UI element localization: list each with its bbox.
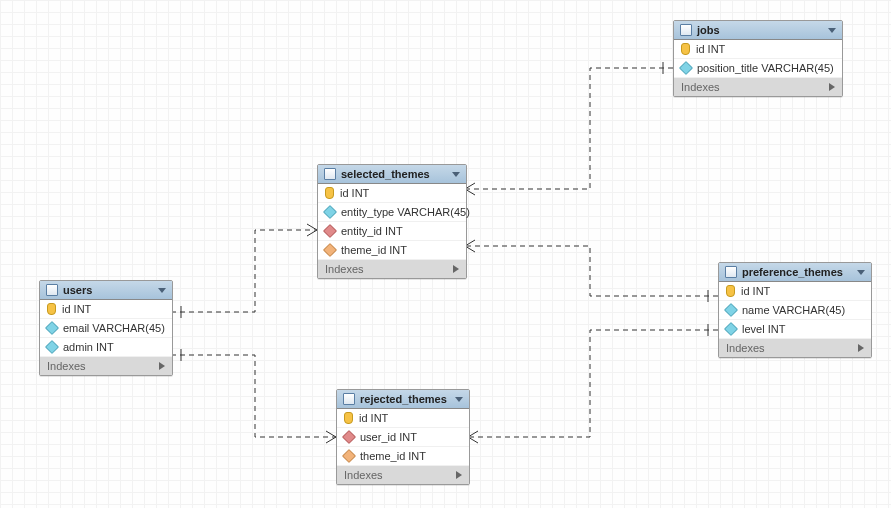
column-row[interactable]: admin INT xyxy=(40,338,172,357)
chevron-down-icon[interactable] xyxy=(158,288,166,293)
column-icon xyxy=(323,224,337,238)
indexes-section[interactable]: Indexes xyxy=(719,339,871,357)
table-selected_themes[interactable]: selected_themesid INTentity_type VARCHAR… xyxy=(317,164,467,279)
column-name: theme_id INT xyxy=(360,450,426,462)
column-name: entity_id INT xyxy=(341,225,403,237)
table-title: rejected_themes xyxy=(360,393,450,405)
table-jobs[interactable]: jobsid INTposition_title VARCHAR(45)Inde… xyxy=(673,20,843,97)
indexes-section[interactable]: Indexes xyxy=(40,357,172,375)
column-row[interactable]: id INT xyxy=(40,300,172,319)
column-name: id INT xyxy=(62,303,91,315)
column-name: id INT xyxy=(741,285,770,297)
table-header-selected_themes[interactable]: selected_themes xyxy=(318,165,466,184)
column-name: user_id INT xyxy=(360,431,417,443)
column-icon xyxy=(724,303,738,317)
indexes-section[interactable]: Indexes xyxy=(674,78,842,96)
column-icon xyxy=(323,205,337,219)
indexes-label: Indexes xyxy=(47,360,86,372)
primary-key-icon xyxy=(726,285,735,297)
table-title: jobs xyxy=(697,24,823,36)
column-row[interactable]: theme_id INT xyxy=(337,447,469,466)
column-name: admin INT xyxy=(63,341,114,353)
chevron-right-icon xyxy=(453,265,459,273)
table-title: preference_themes xyxy=(742,266,852,278)
table-icon xyxy=(725,266,737,278)
table-header-jobs[interactable]: jobs xyxy=(674,21,842,40)
column-row[interactable]: position_title VARCHAR(45) xyxy=(674,59,842,78)
indexes-label: Indexes xyxy=(325,263,364,275)
column-row[interactable]: user_id INT xyxy=(337,428,469,447)
column-name: id INT xyxy=(359,412,388,424)
chevron-down-icon[interactable] xyxy=(857,270,865,275)
primary-key-icon xyxy=(344,412,353,424)
column-name: position_title VARCHAR(45) xyxy=(697,62,834,74)
chevron-right-icon xyxy=(858,344,864,352)
chevron-right-icon xyxy=(829,83,835,91)
column-icon xyxy=(45,340,59,354)
column-name: theme_id INT xyxy=(341,244,407,256)
table-title: users xyxy=(63,284,153,296)
chevron-right-icon xyxy=(159,362,165,370)
indexes-section[interactable]: Indexes xyxy=(337,466,469,484)
table-rejected_themes[interactable]: rejected_themesid INTuser_id INTtheme_id… xyxy=(336,389,470,485)
column-row[interactable]: id INT xyxy=(674,40,842,59)
column-row[interactable]: id INT xyxy=(337,409,469,428)
table-header-preference_themes[interactable]: preference_themes xyxy=(719,263,871,282)
column-icon xyxy=(724,322,738,336)
column-row[interactable]: theme_id INT xyxy=(318,241,466,260)
column-row[interactable]: entity_type VARCHAR(45) xyxy=(318,203,466,222)
indexes-label: Indexes xyxy=(344,469,383,481)
table-icon xyxy=(680,24,692,36)
column-icon xyxy=(342,449,356,463)
table-icon xyxy=(46,284,58,296)
table-icon xyxy=(324,168,336,180)
column-row[interactable]: entity_id INT xyxy=(318,222,466,241)
table-icon xyxy=(343,393,355,405)
primary-key-icon xyxy=(47,303,56,315)
column-row[interactable]: id INT xyxy=(719,282,871,301)
table-title: selected_themes xyxy=(341,168,447,180)
column-icon xyxy=(342,430,356,444)
column-row[interactable]: id INT xyxy=(318,184,466,203)
indexes-label: Indexes xyxy=(726,342,765,354)
column-icon xyxy=(679,61,693,75)
primary-key-icon xyxy=(325,187,334,199)
column-icon xyxy=(323,243,337,257)
column-row[interactable]: level INT xyxy=(719,320,871,339)
indexes-section[interactable]: Indexes xyxy=(318,260,466,278)
column-name: id INT xyxy=(696,43,725,55)
chevron-down-icon[interactable] xyxy=(828,28,836,33)
chevron-right-icon xyxy=(456,471,462,479)
column-row[interactable]: name VARCHAR(45) xyxy=(719,301,871,320)
column-row[interactable]: email VARCHAR(45) xyxy=(40,319,172,338)
column-icon xyxy=(45,321,59,335)
column-name: name VARCHAR(45) xyxy=(742,304,845,316)
column-name: id INT xyxy=(340,187,369,199)
table-header-users[interactable]: users xyxy=(40,281,172,300)
table-preference_themes[interactable]: preference_themesid INTname VARCHAR(45)l… xyxy=(718,262,872,358)
primary-key-icon xyxy=(681,43,690,55)
table-users[interactable]: usersid INTemail VARCHAR(45)admin INTInd… xyxy=(39,280,173,376)
column-name: level INT xyxy=(742,323,785,335)
column-name: email VARCHAR(45) xyxy=(63,322,165,334)
chevron-down-icon[interactable] xyxy=(455,397,463,402)
table-header-rejected_themes[interactable]: rejected_themes xyxy=(337,390,469,409)
column-name: entity_type VARCHAR(45) xyxy=(341,206,470,218)
indexes-label: Indexes xyxy=(681,81,720,93)
chevron-down-icon[interactable] xyxy=(452,172,460,177)
